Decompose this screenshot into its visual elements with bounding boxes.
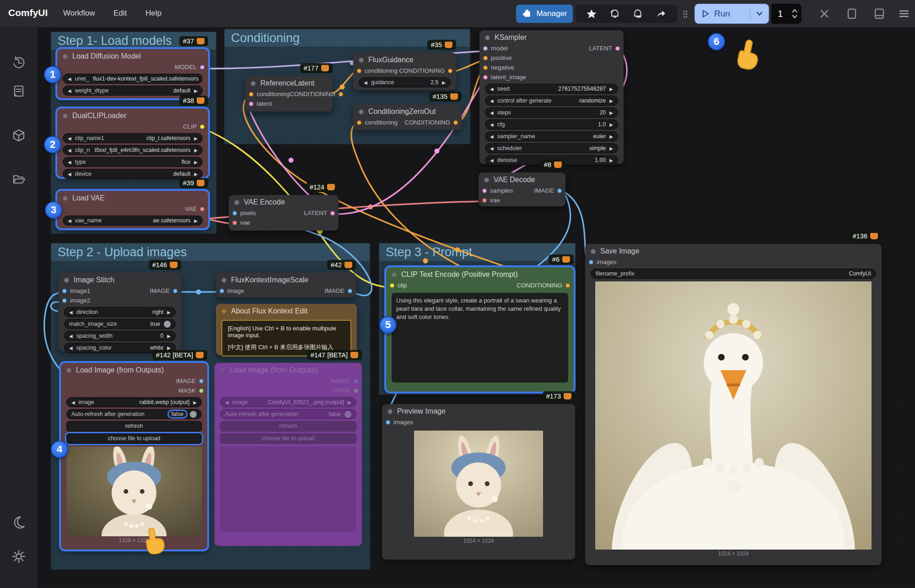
- image-preview-rabbit[interactable]: [66, 447, 202, 536]
- workflows-folder-icon[interactable]: [11, 172, 26, 187]
- slot-dot[interactable]: [357, 120, 361, 125]
- slot-dot[interactable]: [483, 65, 488, 70]
- decrement-arrow-icon[interactable]: [69, 345, 73, 351]
- slot-dot[interactable]: [386, 420, 390, 425]
- widget-vae-name[interactable]: vae_nameae.safetensors: [63, 216, 203, 226]
- slot-dot[interactable]: [199, 379, 204, 383]
- menu-button[interactable]: [898, 7, 910, 20]
- increment-arrow-icon[interactable]: [167, 309, 171, 315]
- widget-scheduler[interactable]: schedulersimple: [485, 143, 618, 153]
- slot-dot[interactable]: [232, 211, 237, 216]
- collapse-dot[interactable]: [485, 35, 490, 40]
- decrement-arrow-icon[interactable]: [69, 333, 73, 339]
- decrement-arrow-icon[interactable]: [490, 157, 494, 163]
- increment-arrow-icon[interactable]: [609, 133, 613, 140]
- menu-help[interactable]: Help: [145, 9, 161, 18]
- input-slot-vae[interactable]: vae: [482, 197, 500, 204]
- menu-edit[interactable]: Edit: [113, 9, 127, 18]
- decrement-arrow-icon[interactable]: [490, 97, 494, 104]
- collapse-dot[interactable]: [359, 58, 364, 63]
- slot-dot[interactable]: [357, 69, 361, 73]
- slot-dot[interactable]: [615, 46, 620, 51]
- output-slot-image[interactable]: IMAGE: [534, 187, 562, 194]
- toggle-icon[interactable]: [164, 321, 171, 328]
- node-image-stitch[interactable]: #146 Image Stitch image1 IMAGE image2 di…: [59, 273, 181, 351]
- decrement-arrow-icon[interactable]: [68, 87, 71, 94]
- output-slot-image[interactable]: IMAGE: [150, 287, 178, 294]
- slot-dot[interactable]: [354, 379, 358, 383]
- input-slot-image[interactable]: image: [220, 287, 244, 294]
- widget-control-after-generate[interactable]: control after generaterandomize: [485, 96, 618, 106]
- output-slot-latent[interactable]: LATENT: [589, 45, 620, 52]
- input-slot-vae[interactable]: vae: [232, 219, 250, 226]
- toggle-icon[interactable]: [190, 411, 197, 418]
- bell-icon[interactable]: [609, 8, 620, 19]
- widget-type[interactable]: typeflux: [63, 157, 203, 167]
- slot-dot[interactable]: [483, 56, 488, 60]
- increment-arrow-icon[interactable]: [609, 109, 613, 116]
- increment-arrow-icon[interactable]: [348, 399, 351, 405]
- widget-cfg[interactable]: cfg1.0: [485, 119, 618, 129]
- collapse-dot[interactable]: [221, 278, 226, 283]
- refresh-button[interactable]: refresh: [66, 421, 202, 432]
- increment-arrow-icon[interactable]: [194, 159, 198, 165]
- output-slot-conditioning[interactable]: CONDITIONING: [399, 67, 452, 74]
- slot-dot[interactable]: [249, 102, 253, 106]
- node-save-image[interactable]: #136 Save Image images filename_prefixCo…: [585, 244, 882, 565]
- node-library-cube-icon[interactable]: [11, 128, 26, 143]
- widget-auto-refresh[interactable]: Auto-refresh after generationfalse: [66, 409, 202, 419]
- widget-auto-refresh[interactable]: Auto-refresh after generationfalse: [220, 409, 356, 419]
- decrement-arrow-icon[interactable]: [68, 217, 71, 224]
- decrement-arrow-icon[interactable]: [68, 171, 71, 177]
- history-icon[interactable]: [11, 55, 26, 70]
- group-title[interactable]: Step 3 - Prompt: [379, 243, 575, 261]
- increment-arrow-icon[interactable]: [194, 135, 198, 141]
- widget-image[interactable]: imagerabbit.webp [output]: [66, 397, 202, 407]
- node-dual-clip-loader[interactable]: #38 DualCLIPLoader CLIP clip_name1clip_l…: [57, 108, 208, 177]
- increment-arrow-icon[interactable]: [167, 333, 171, 339]
- slot-dot[interactable]: [348, 289, 352, 293]
- decrement-arrow-icon[interactable]: [69, 309, 73, 315]
- input-slot-clip[interactable]: clip: [390, 282, 407, 289]
- output-slot-image[interactable]: IMAGE: [324, 287, 352, 294]
- increment-arrow-icon[interactable]: [609, 157, 613, 163]
- output-slot-conditioning[interactable]: CONDITIONING: [404, 119, 458, 126]
- slot-dot[interactable]: [482, 198, 487, 203]
- output-slot-image[interactable]: IMAGE: [330, 378, 358, 384]
- decrement-arrow-icon[interactable]: [225, 399, 229, 405]
- batch-count-stepper[interactable]: 1: [771, 4, 802, 24]
- decrement-arrow-icon[interactable]: [68, 135, 71, 141]
- input-slot-positive[interactable]: positive: [483, 54, 512, 61]
- increment-arrow-icon[interactable]: [609, 97, 613, 104]
- increment-arrow-icon[interactable]: [194, 171, 198, 177]
- widget-match-image-size[interactable]: match_image_sizetrue: [64, 319, 176, 329]
- widget-weight-dtype[interactable]: weight_dtypedefault: [63, 86, 203, 96]
- widget-device[interactable]: devicedefault: [63, 169, 203, 179]
- node-load-diffusion-model[interactable]: #37 Load Diffusion Model MODEL unet_flux…: [57, 49, 208, 98]
- output-slot-image[interactable]: IMAGE: [176, 378, 204, 384]
- increment-arrow-icon[interactable]: [194, 217, 198, 224]
- slot-dot[interactable]: [199, 388, 204, 393]
- input-slot-pixels[interactable]: pixels: [232, 210, 256, 216]
- image-preview-swan[interactable]: [595, 281, 872, 550]
- decrement-arrow-icon[interactable]: [68, 147, 71, 153]
- settings-gear-icon[interactable]: [11, 549, 26, 564]
- widget-steps[interactable]: steps20: [485, 108, 618, 118]
- input-slot-latent[interactable]: latent: [249, 100, 272, 107]
- slot-dot[interactable]: [557, 189, 562, 193]
- input-slot-latent-image[interactable]: latent_image: [483, 74, 526, 81]
- share-icon[interactable]: [656, 8, 667, 19]
- collapse-dot[interactable]: [63, 196, 68, 201]
- node-reference-latent[interactable]: #177 ReferenceLatent conditioning CONDIT…: [245, 76, 333, 112]
- slot-dot[interactable]: [390, 283, 394, 288]
- increment-arrow-icon[interactable]: [194, 147, 198, 153]
- decrement-arrow-icon[interactable]: [490, 121, 494, 128]
- app-logo[interactable]: ComfyUI: [8, 7, 48, 18]
- increment-arrow-icon[interactable]: [193, 399, 197, 405]
- input-slot-conditioning[interactable]: conditioning: [357, 119, 398, 126]
- collapse-dot[interactable]: [359, 109, 364, 114]
- output-slot-mask[interactable]: MASK: [333, 387, 358, 394]
- node-ksampler[interactable]: #31 KSampler model LATENT positive negat…: [479, 30, 624, 164]
- input-slot-images[interactable]: images: [386, 419, 414, 426]
- collapse-dot[interactable]: [484, 178, 489, 183]
